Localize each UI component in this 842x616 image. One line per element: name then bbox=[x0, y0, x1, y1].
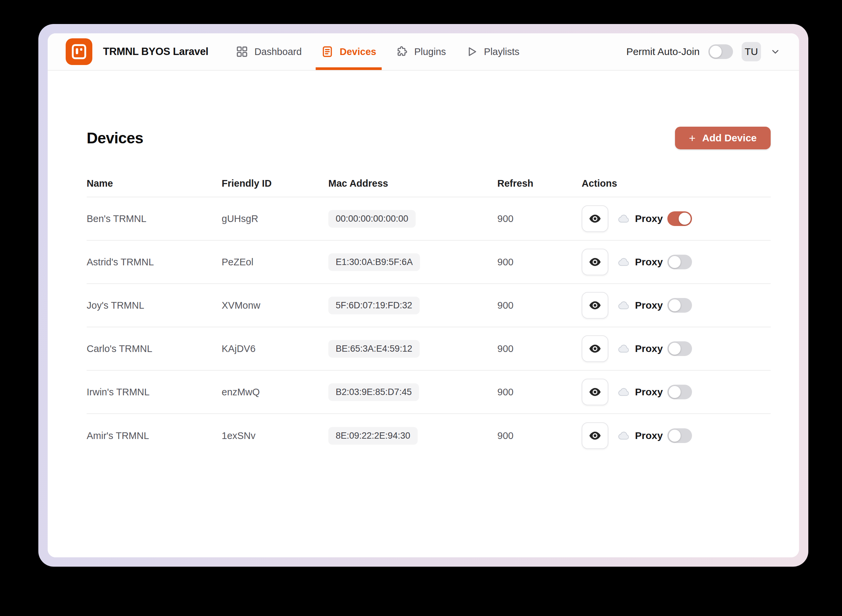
app-header: TRMNL BYOS Laravel Dashboard bbox=[48, 33, 799, 71]
nav-label: Dashboard bbox=[254, 46, 302, 57]
proxy-toggle[interactable] bbox=[667, 255, 692, 269]
nav-item-plugins[interactable]: Plugins bbox=[390, 33, 451, 70]
view-device-button[interactable] bbox=[582, 292, 608, 319]
plus-icon: + bbox=[689, 132, 696, 144]
proxy-label: Proxy bbox=[635, 343, 663, 354]
toggle-knob bbox=[669, 299, 681, 311]
eye-icon bbox=[588, 212, 602, 226]
devices-table: Name Friendly ID Mac Address Refresh Act… bbox=[87, 170, 771, 457]
nav-item-playlists[interactable]: Playlists bbox=[460, 33, 525, 70]
device-name: Irwin's TRMNL bbox=[87, 387, 222, 397]
trmnl-device-icon bbox=[71, 43, 87, 60]
eye-icon bbox=[588, 255, 602, 269]
device-refresh: 900 bbox=[497, 387, 582, 397]
devices-list-icon bbox=[321, 45, 334, 58]
chevron-down-icon[interactable] bbox=[770, 46, 781, 57]
device-name: Carlo's TRMNL bbox=[87, 343, 222, 354]
eye-icon bbox=[588, 429, 602, 443]
permit-auto-join-toggle[interactable] bbox=[709, 44, 733, 59]
nav-label: Playlists bbox=[484, 46, 519, 57]
device-actions: Proxy bbox=[582, 379, 771, 405]
app-title: TRMNL BYOS Laravel bbox=[103, 45, 208, 58]
proxy-toggle[interactable] bbox=[667, 298, 692, 313]
nav-label: Devices bbox=[340, 46, 376, 57]
nav-item-dashboard[interactable]: Dashboard bbox=[230, 33, 307, 70]
column-header-name: Name bbox=[87, 178, 222, 189]
proxy-label: Proxy bbox=[635, 256, 663, 268]
proxy-group: Proxy bbox=[618, 255, 692, 269]
add-device-label: Add Device bbox=[702, 132, 757, 144]
table-row: Irwin's TRMNL enzMwQ B2:03:9E:85:D7:45 9… bbox=[87, 371, 771, 414]
column-header-mac-address: Mac Address bbox=[328, 178, 497, 189]
device-friendly-id: PeZEol bbox=[222, 257, 328, 268]
page-head: Devices + Add Device bbox=[87, 127, 771, 149]
device-actions: Proxy bbox=[582, 292, 771, 319]
device-refresh: 900 bbox=[497, 257, 582, 268]
proxy-label: Proxy bbox=[635, 300, 663, 311]
column-header-actions: Actions bbox=[582, 178, 771, 189]
device-friendly-id: gUHsgR bbox=[222, 213, 328, 224]
column-header-friendly-id: Friendly ID bbox=[222, 178, 328, 189]
device-actions: Proxy bbox=[582, 422, 771, 449]
toggle-knob bbox=[679, 213, 691, 225]
table-row: Ben's TRMNL gUHsgR 00:00:00:00:00:00 900… bbox=[87, 197, 771, 241]
view-device-button[interactable] bbox=[582, 205, 608, 232]
add-device-button[interactable]: + Add Device bbox=[675, 127, 771, 149]
table-row: Joy's TRMNL XVMonw 5F:6D:07:19:FD:32 900… bbox=[87, 284, 771, 327]
device-refresh: 900 bbox=[497, 430, 582, 441]
table-header-row: Name Friendly ID Mac Address Refresh Act… bbox=[87, 170, 771, 197]
header-controls: Permit Auto-Join TU bbox=[626, 42, 781, 61]
dashboard-grid-icon bbox=[236, 45, 248, 58]
device-name: Ben's TRMNL bbox=[87, 213, 222, 224]
device-friendly-id: KAjDV6 bbox=[222, 343, 328, 354]
device-actions: Proxy bbox=[582, 205, 771, 232]
view-device-button[interactable] bbox=[582, 249, 608, 275]
nav-item-devices[interactable]: Devices bbox=[316, 33, 382, 70]
toggle-knob bbox=[669, 386, 681, 398]
page-title: Devices bbox=[87, 129, 143, 147]
eye-icon bbox=[588, 298, 602, 312]
view-device-button[interactable] bbox=[582, 422, 608, 449]
device-friendly-id: 1exSNv bbox=[222, 430, 328, 441]
app-window: TRMNL BYOS Laravel Dashboard bbox=[38, 24, 808, 567]
permit-auto-join-label: Permit Auto-Join bbox=[626, 46, 700, 57]
proxy-toggle[interactable] bbox=[667, 211, 692, 226]
proxy-group: Proxy bbox=[618, 385, 692, 399]
proxy-group: Proxy bbox=[618, 298, 692, 313]
proxy-toggle[interactable] bbox=[667, 385, 692, 399]
device-actions: Proxy bbox=[582, 335, 771, 362]
device-mac-badge: 00:00:00:00:00:00 bbox=[328, 210, 416, 228]
device-refresh: 900 bbox=[497, 300, 582, 311]
puzzle-icon bbox=[396, 45, 408, 58]
play-icon bbox=[465, 45, 478, 58]
proxy-toggle[interactable] bbox=[667, 428, 692, 443]
table-row: Amir's TRMNL 1exSNv 8E:09:22:2E:94:30 90… bbox=[87, 414, 771, 457]
proxy-label: Proxy bbox=[635, 213, 663, 224]
user-avatar[interactable]: TU bbox=[742, 42, 761, 61]
device-mac-badge: BE:65:3A:E4:59:12 bbox=[328, 340, 420, 358]
view-device-button[interactable] bbox=[582, 379, 608, 405]
device-name: Joy's TRMNL bbox=[87, 300, 222, 311]
trmnl-logo bbox=[66, 38, 92, 65]
toggle-knob bbox=[669, 343, 681, 355]
toggle-knob bbox=[669, 430, 681, 441]
toggle-knob bbox=[669, 256, 681, 268]
eye-icon bbox=[588, 385, 602, 399]
view-device-button[interactable] bbox=[582, 335, 608, 362]
cloud-icon bbox=[618, 257, 630, 267]
proxy-label: Proxy bbox=[635, 386, 663, 397]
device-mac-badge: E1:30:0A:B9:5F:6A bbox=[328, 253, 420, 271]
device-mac-badge: 5F:6D:07:19:FD:32 bbox=[328, 297, 420, 314]
device-name: Amir's TRMNL bbox=[87, 430, 222, 441]
nav-label: Plugins bbox=[414, 46, 446, 57]
proxy-group: Proxy bbox=[618, 428, 692, 443]
proxy-group: Proxy bbox=[618, 211, 692, 226]
table-body: Ben's TRMNL gUHsgR 00:00:00:00:00:00 900… bbox=[87, 197, 771, 457]
device-mac-badge: 8E:09:22:2E:94:30 bbox=[328, 427, 418, 445]
proxy-toggle[interactable] bbox=[667, 341, 692, 356]
proxy-label: Proxy bbox=[635, 430, 663, 441]
device-actions: Proxy bbox=[582, 249, 771, 275]
main-content: Devices + Add Device Name Friendly ID Ma… bbox=[48, 71, 799, 557]
cloud-icon bbox=[618, 431, 630, 441]
cloud-icon bbox=[618, 387, 630, 397]
